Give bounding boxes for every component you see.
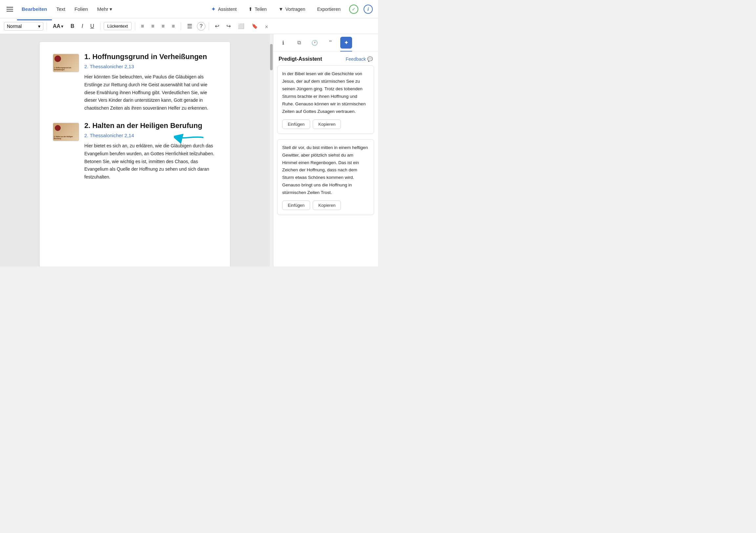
insert-button-1[interactable]: Einfügen bbox=[282, 120, 310, 129]
panel-tab-ai[interactable]: ✦ bbox=[340, 37, 352, 48]
nav-actions: ✦ Assistent ⬆ Teilen ▼ Vortragen Exporti… bbox=[208, 4, 373, 15]
panel-tab-history[interactable]: 🕐 bbox=[309, 37, 321, 48]
section-2-ref[interactable]: 2. Thessalonicher 2,14 bbox=[84, 133, 217, 138]
chevron-down-icon: ▾ bbox=[38, 24, 40, 29]
insert-button-2[interactable]: Einfügen bbox=[282, 201, 310, 210]
list-ordered-button[interactable]: ≡ bbox=[148, 22, 157, 31]
vortragen-button[interactable]: ▼ Vortragen bbox=[275, 4, 309, 14]
toolbar-divider-2 bbox=[100, 22, 100, 30]
underline-button[interactable]: U bbox=[88, 22, 97, 31]
indent-left-button[interactable]: ≡ bbox=[159, 22, 167, 31]
thumb-circle-2 bbox=[55, 125, 61, 131]
ai-card-1-text: In der Bibel lesen wir die Geschichte vo… bbox=[282, 70, 369, 116]
panel-tab-slides[interactable]: ⧉ bbox=[293, 37, 305, 48]
present-icon: ▼ bbox=[279, 6, 284, 12]
slide-thumbnail-2[interactable]: 2. Halten an der Heiligen Berufung bbox=[53, 123, 79, 141]
section-1-content: 1. Hoffnungsgrund in Verheißungen 2. The… bbox=[84, 52, 217, 112]
ai-card-2-actions: Einfügen Kopieren bbox=[282, 201, 369, 210]
panel-tab-info[interactable]: ℹ bbox=[277, 37, 289, 48]
toolbar-divider-4 bbox=[181, 22, 181, 30]
nav-tab-bearbeiten[interactable]: Bearbeiten bbox=[17, 4, 52, 15]
help-button[interactable]: ? bbox=[197, 22, 205, 31]
panel-body: In der Bibel lesen wir die Geschichte vo… bbox=[273, 65, 378, 266]
nav-tab-mehr[interactable]: Mehr ▾ bbox=[93, 4, 117, 15]
redo-button[interactable]: ↪ bbox=[224, 22, 233, 31]
check-status-icon[interactable]: ✓ bbox=[349, 5, 358, 14]
sparkle-icon: ✦ bbox=[211, 6, 216, 13]
feedback-link[interactable]: Feedback 💬 bbox=[346, 56, 373, 62]
bold-button[interactable]: B bbox=[68, 22, 77, 31]
clear-format-button[interactable]: ⨉ bbox=[262, 22, 271, 31]
assistent-button[interactable]: ✦ Assistent bbox=[208, 4, 240, 15]
italic-button[interactable]: I bbox=[79, 22, 86, 31]
panel-tab-quote[interactable]: " bbox=[325, 37, 336, 48]
document-content: 1. Hoffnungsgrund als Verheißungen 1. Ho… bbox=[40, 42, 230, 266]
ai-card-2-text: Stell dir vor, du bist mitten in einem h… bbox=[282, 144, 369, 197]
indent-right-button[interactable]: ≡ bbox=[169, 22, 177, 31]
nav-tab-folien[interactable]: Folien bbox=[70, 4, 93, 15]
teilen-button[interactable]: ⬆ Teilen bbox=[245, 4, 270, 14]
list-unordered-button[interactable]: ≡ bbox=[139, 22, 147, 31]
panel-tab-bar: ℹ ⧉ 🕐 " ✦ bbox=[273, 34, 378, 51]
bookmark-button[interactable]: 🔖 bbox=[249, 22, 260, 31]
feedback-icon: 💬 bbox=[367, 56, 373, 62]
section-1-title: 1. Hoffnungsgrund in Verheißungen bbox=[84, 52, 217, 61]
thumb-label-1: 1. Hoffnungsgrund als Verheißungen bbox=[54, 67, 78, 70]
align-button[interactable]: ☰ bbox=[184, 21, 195, 31]
section-2-body[interactable]: Hier bietet es sich an, zu erklären, wie… bbox=[84, 142, 217, 181]
thumb-label-2: 2. Halten an der Heiligen Berufung bbox=[54, 135, 78, 139]
top-navigation: Bearbeiten Text Folien Mehr ▾ ✦ Assisten… bbox=[0, 0, 378, 18]
nav-tabs: Bearbeiten Text Folien Mehr ▾ bbox=[17, 4, 117, 15]
slide-thumbnail-1[interactable]: 1. Hoffnungsgrund als Verheißungen bbox=[53, 54, 79, 72]
right-panel: ℹ ⧉ 🕐 " ✦ Predigt-Assistent Feedback 💬 I… bbox=[273, 34, 378, 266]
section-1-ref[interactable]: 2. Thessalonicher 2,13 bbox=[84, 64, 217, 69]
main-area: 1. Hoffnungsgrund als Verheißungen 1. Ho… bbox=[0, 34, 378, 266]
panel-title: Predigt-Assistent bbox=[279, 56, 322, 62]
toolbar-divider-1 bbox=[47, 22, 47, 30]
formatting-toolbar: Normal ▾ AA ▾ B I U Lückentext ≡ ≡ ≡ ≡ ☰… bbox=[0, 18, 378, 34]
hamburger-menu[interactable] bbox=[5, 6, 14, 13]
ai-suggestion-card-2: Stell dir vor, du bist mitten in einem h… bbox=[277, 139, 374, 215]
nav-tab-text[interactable]: Text bbox=[52, 4, 70, 15]
font-size-chevron: ▾ bbox=[61, 24, 63, 29]
share-icon: ⬆ bbox=[248, 6, 253, 12]
info-icon[interactable]: i bbox=[364, 5, 373, 14]
exportieren-button[interactable]: Exportieren bbox=[314, 5, 344, 14]
undo-button[interactable]: ↩ bbox=[212, 22, 222, 31]
section-1-row: 1. Hoffnungsgrund als Verheißungen 1. Ho… bbox=[53, 52, 217, 112]
frame-button[interactable]: ⬜ bbox=[235, 22, 247, 31]
style-dropdown[interactable]: Normal ▾ bbox=[4, 22, 43, 31]
gap-fill-button[interactable]: Lückentext bbox=[104, 22, 132, 30]
scroll-handle[interactable] bbox=[270, 44, 273, 70]
toolbar-divider-5 bbox=[209, 22, 209, 30]
font-size-button[interactable]: AA ▾ bbox=[50, 22, 66, 31]
section-2-title: 2. Halten an der Heiligen Berufung bbox=[84, 122, 217, 130]
copy-button-1[interactable]: Kopieren bbox=[313, 120, 341, 129]
section-2-content: 2. Halten an der Heiligen Berufung 2. Th… bbox=[84, 122, 217, 181]
panel-header: Predigt-Assistent Feedback 💬 bbox=[273, 51, 378, 65]
document-area: 1. Hoffnungsgrund als Verheißungen 1. Ho… bbox=[0, 34, 270, 266]
section-2-row: 2. Halten an der Heiligen Berufung 2. Ha… bbox=[53, 122, 217, 181]
ai-card-1-actions: Einfügen Kopieren bbox=[282, 120, 369, 129]
thumb-circle-1 bbox=[54, 55, 61, 62]
ai-suggestion-card-1: In der Bibel lesen wir die Geschichte vo… bbox=[277, 65, 374, 134]
section-1-body[interactable]: Hier könnten Sie beleuchten, wie Paulus … bbox=[84, 73, 217, 112]
document-scrollbar[interactable] bbox=[270, 34, 273, 266]
copy-button-2[interactable]: Kopieren bbox=[313, 201, 341, 210]
toolbar-divider-3 bbox=[135, 22, 135, 30]
